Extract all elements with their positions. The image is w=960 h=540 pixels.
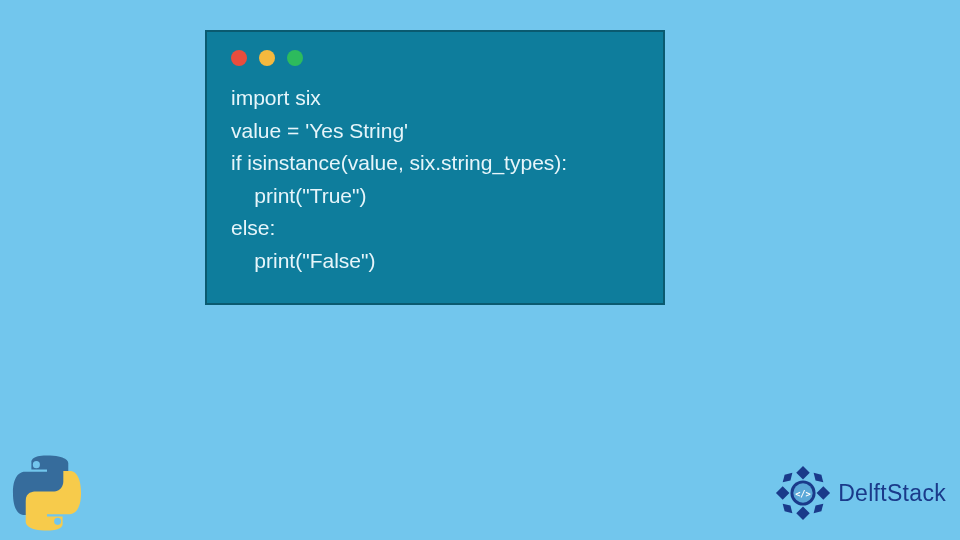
svg-marker-6 xyxy=(783,504,793,514)
delftstack-label: DelftStack xyxy=(838,480,946,507)
close-icon xyxy=(231,50,247,66)
python-logo-icon xyxy=(8,454,86,532)
svg-text:</>: </> xyxy=(795,489,811,499)
code-block: import six value = 'Yes String' if isins… xyxy=(231,82,639,277)
svg-marker-0 xyxy=(796,466,810,480)
svg-marker-1 xyxy=(796,507,810,521)
svg-marker-2 xyxy=(776,486,790,500)
delftstack-logo: </> DelftStack xyxy=(774,464,946,522)
svg-marker-3 xyxy=(817,486,831,500)
svg-marker-5 xyxy=(814,473,824,483)
maximize-icon xyxy=(287,50,303,66)
minimize-icon xyxy=(259,50,275,66)
delftstack-badge-icon: </> xyxy=(774,464,832,522)
svg-marker-4 xyxy=(783,473,793,483)
code-window: import six value = 'Yes String' if isins… xyxy=(205,30,665,305)
svg-marker-7 xyxy=(814,504,824,514)
window-traffic-lights xyxy=(231,50,639,66)
